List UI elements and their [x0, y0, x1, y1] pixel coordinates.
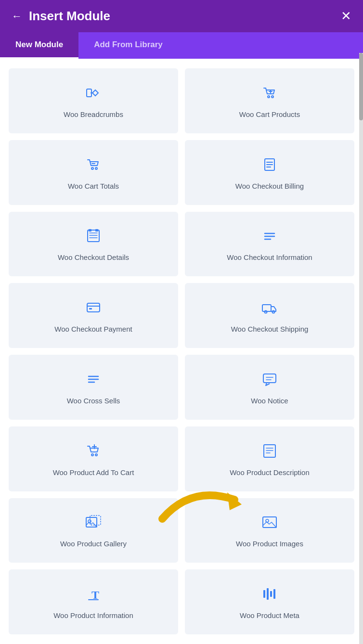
- close-icon[interactable]: ✕: [341, 9, 351, 24]
- tab-add-from-library[interactable]: Add From Library: [78, 32, 178, 59]
- module-label-woo-breadcrumbs: Woo Breadcrumbs: [64, 110, 123, 119]
- svg-rect-32: [264, 445, 275, 457]
- svg-rect-14: [95, 229, 98, 232]
- module-label-woo-product-gallery: Woo Product Gallery: [60, 539, 127, 549]
- checkout-payment-icon: [85, 299, 102, 319]
- module-card-woo-checkout-billing[interactable]: Woo Checkout Billing: [185, 140, 354, 205]
- checkout-information-icon: [261, 227, 278, 247]
- tab-new-module[interactable]: New Module: [0, 32, 78, 59]
- back-icon[interactable]: ←: [12, 10, 22, 23]
- module-label-woo-product-meta: Woo Product Meta: [240, 611, 299, 620]
- module-label-woo-checkout-information: Woo Checkout Information: [227, 253, 312, 262]
- svg-point-31: [95, 454, 97, 456]
- gallery-icon: [85, 514, 102, 533]
- checkout-billing-icon: [261, 156, 278, 176]
- checkout-details-icon: [85, 227, 102, 247]
- images-icon: [261, 514, 278, 533]
- module-label-woo-checkout-payment: Woo Checkout Payment: [54, 324, 132, 334]
- svg-point-3: [91, 167, 93, 169]
- information-icon: T: [85, 585, 102, 605]
- modal-header: ← Insert Module ✕: [0, 0, 363, 32]
- svg-point-4: [95, 167, 97, 169]
- module-label-woo-checkout-details: Woo Checkout Details: [58, 253, 129, 262]
- module-card-woo-cart-totals[interactable]: Woo Cart Totals: [9, 140, 178, 205]
- module-card-woo-checkout-shipping[interactable]: Woo Checkout Shipping: [185, 283, 354, 348]
- module-card-woo-checkout-details[interactable]: Woo Checkout Details: [9, 212, 178, 277]
- module-label-woo-checkout-shipping: Woo Checkout Shipping: [231, 324, 309, 334]
- header-left: ← Insert Module: [12, 9, 110, 24]
- svg-rect-21: [262, 305, 271, 311]
- svg-point-1: [268, 96, 270, 98]
- module-card-woo-product-add-to-cart[interactable]: Woo Product Add To Cart: [9, 426, 178, 491]
- module-card-woo-product-description[interactable]: Woo Product Description: [185, 426, 354, 491]
- module-card-woo-product-gallery[interactable]: Woo Product Gallery: [9, 498, 178, 563]
- modal: ← Insert Module ✕ New Module Add From Li…: [0, 0, 363, 644]
- add-to-cart-icon: [85, 442, 102, 462]
- svg-rect-13: [89, 229, 91, 232]
- module-card-woo-notice[interactable]: Woo Notice: [185, 355, 354, 420]
- meta-icon: [261, 585, 278, 605]
- svg-rect-39: [263, 517, 276, 528]
- module-label-woo-cross-sells: Woo Cross Sells: [67, 396, 120, 406]
- module-label-woo-cart-totals: Woo Cart Totals: [68, 181, 119, 191]
- module-card-woo-product-information[interactable]: T Woo Product Information: [9, 569, 178, 634]
- module-label-woo-product-description: Woo Product Description: [230, 468, 310, 477]
- cart-products-icon: [261, 84, 278, 104]
- svg-rect-45: [270, 591, 272, 597]
- svg-rect-27: [263, 374, 276, 383]
- svg-rect-20: [89, 308, 92, 309]
- svg-rect-18: [87, 303, 100, 312]
- tabs-bar: New Module Add From Library: [0, 32, 363, 59]
- scrollbar[interactable]: [359, 53, 363, 644]
- description-icon: [261, 442, 278, 462]
- module-card-woo-cart-products[interactable]: Woo Cart Products: [185, 68, 354, 133]
- svg-rect-9: [88, 230, 99, 242]
- module-label-woo-checkout-billing: Woo Checkout Billing: [235, 181, 304, 191]
- breadcrumbs-icon: [85, 84, 102, 104]
- module-card-woo-breadcrumbs[interactable]: Woo Breadcrumbs: [9, 68, 178, 133]
- module-label-woo-notice: Woo Notice: [251, 396, 288, 406]
- cross-sells-icon: [85, 371, 102, 390]
- module-grid: Woo Breadcrumbs Woo Cart Products Woo Ca…: [0, 59, 363, 644]
- scrollbar-thumb[interactable]: [359, 53, 363, 120]
- svg-point-2: [272, 96, 273, 98]
- svg-rect-44: [267, 588, 269, 600]
- module-label-woo-product-images: Woo Product Images: [236, 539, 303, 549]
- svg-rect-43: [263, 590, 265, 598]
- module-card-woo-cross-sells[interactable]: Woo Cross Sells: [9, 355, 178, 420]
- module-card-woo-product-images[interactable]: Woo Product Images: [185, 498, 354, 563]
- svg-point-30: [91, 454, 93, 456]
- module-label-woo-product-information: Woo Product Information: [53, 611, 133, 620]
- checkout-shipping-icon: [261, 299, 278, 319]
- module-card-woo-checkout-information[interactable]: Woo Checkout Information: [185, 212, 354, 277]
- cart-totals-icon: [85, 156, 102, 176]
- module-card-woo-checkout-payment[interactable]: Woo Checkout Payment: [9, 283, 178, 348]
- module-label-woo-product-add-to-cart: Woo Product Add To Cart: [53, 468, 134, 477]
- module-card-woo-product-meta[interactable]: Woo Product Meta: [185, 569, 354, 634]
- modal-title: Insert Module: [29, 9, 110, 24]
- notice-icon: [261, 371, 278, 390]
- module-label-woo-cart-products: Woo Cart Products: [239, 110, 300, 119]
- svg-rect-46: [273, 589, 275, 599]
